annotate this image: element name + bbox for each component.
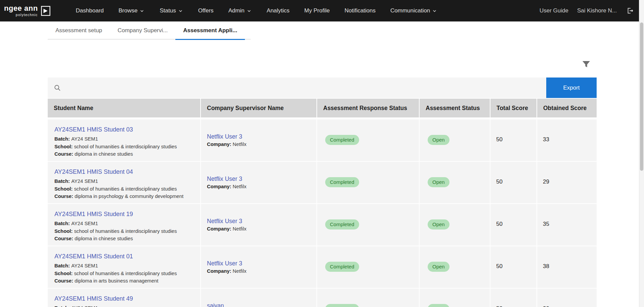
company-line: Company: Netfilx	[207, 226, 313, 232]
nav-label: Dashboard	[76, 7, 104, 14]
response-status-badge: Completed	[325, 262, 359, 272]
student-name-link[interactable]: AY24SEM1 HMIS Student 19	[54, 210, 133, 218]
nav-label: Status	[160, 7, 176, 14]
course-line: Course: diploma in chinese studies	[54, 150, 195, 158]
response-status-cell: Completed	[317, 289, 419, 307]
tab-assessment-setup[interactable]: Assessment setup	[48, 22, 110, 40]
topbar-right: User Guide Sai Kishore N...	[540, 7, 634, 14]
tab-assessment-applications[interactable]: Assessment Appli...	[175, 22, 245, 40]
table-row: AY24SEM1 HMIS Student 04 Batch: AY24 SEM…	[48, 162, 597, 203]
student-name-link[interactable]: AY24SEM1 HMIS Student 04	[54, 168, 133, 176]
company-value: Netfilx	[232, 142, 246, 147]
search-icon[interactable]	[54, 84, 61, 92]
total-score-value: 50	[490, 204, 536, 246]
total-score-value: 50	[490, 162, 536, 203]
school-label: School:	[54, 228, 73, 234]
logo-line2: polytechnic	[16, 13, 38, 17]
table-header-row: Student Name Company Supervisor Name Ass…	[48, 99, 597, 117]
response-status-badge: Completed	[325, 135, 359, 145]
np-logo-text: ngee ann polytechnic	[4, 5, 38, 17]
nav-label: Offers	[198, 7, 214, 14]
batch-line: Batch: AY24 SEM1	[54, 262, 195, 270]
company-label: Company:	[207, 268, 231, 274]
username[interactable]: Sai Kishore N...	[577, 7, 617, 14]
company-line: Company: Netfilx	[207, 184, 313, 189]
nav-label: My Profile	[304, 7, 330, 14]
nav-item-admin[interactable]: Admin	[228, 7, 252, 14]
response-status-cell: Completed	[317, 204, 419, 246]
tab-company-supervisor[interactable]: Company Supervi...	[110, 22, 175, 40]
table-row: AY24SEM1 HMIS Student 03 Batch: AY24 SEM…	[48, 119, 597, 161]
column-header-total-score: Total Score	[490, 99, 536, 117]
column-header-response-status: Assessment Response Status	[317, 99, 419, 117]
tab-label: Company Supervi...	[118, 27, 168, 34]
obtained-score-value: 38	[537, 246, 597, 288]
student-name-link[interactable]: AY24SEM1 HMIS Student 49	[54, 295, 133, 303]
filter-icon[interactable]	[582, 60, 591, 69]
batch-label: Batch:	[54, 221, 70, 226]
school-value: school of humanities & interdisciplinary…	[74, 271, 177, 276]
logout-icon[interactable]	[626, 7, 634, 14]
nav-item-offers[interactable]: Offers	[198, 7, 214, 14]
nav-label: Analytics	[267, 7, 290, 14]
nav-item-dashboard[interactable]: Dashboard	[76, 7, 104, 14]
nav-item-my-profile[interactable]: My Profile	[304, 7, 330, 14]
nav-item-status[interactable]: Status	[160, 7, 183, 14]
response-status-badge: Completed	[325, 177, 359, 187]
assessment-status-badge: Open	[428, 135, 449, 145]
company-line: Company: Netfilx	[207, 268, 313, 274]
company-value: Netfilx	[232, 268, 246, 274]
course-line: Course: diploma in psychology & communit…	[54, 193, 195, 200]
nav-item-analytics[interactable]: Analytics	[267, 7, 290, 14]
student-name-link[interactable]: AY24SEM1 HMIS Student 01	[54, 252, 133, 260]
user-guide-link[interactable]: User Guide	[540, 7, 568, 14]
student-cell: AY24SEM1 HMIS Student 49 Batch: AY24 SEM…	[48, 289, 200, 307]
student-cell: AY24SEM1 HMIS Student 19 Batch: AY24 SEM…	[48, 204, 200, 246]
batch-value: AY24 SEM1	[71, 136, 98, 142]
assessment-status-cell: Open	[420, 204, 490, 246]
nav-label: Notifications	[344, 7, 376, 14]
school-label: School:	[54, 144, 73, 149]
supervisor-cell: Netflix User 3 Company: Netfilx	[201, 162, 316, 203]
np-logo[interactable]: ngee ann polytechnic	[4, 5, 50, 17]
batch-value: AY24 SEM1	[71, 263, 98, 268]
total-score-value: 50	[490, 119, 536, 161]
export-button[interactable]: Export	[546, 78, 597, 98]
school-line: School: school of humanities & interdisc…	[54, 143, 195, 151]
course-value: diploma in arts business management	[75, 278, 158, 284]
batch-line: Batch: AY24 SEM1	[54, 177, 195, 185]
student-cell: AY24SEM1 HMIS Student 03 Batch: AY24 SEM…	[48, 119, 200, 161]
tab-label: Assessment setup	[55, 27, 102, 34]
nav-item-browse[interactable]: Browse	[119, 7, 145, 14]
scrollbar-thumb[interactable]	[640, 22, 643, 171]
school-value: school of humanities & interdisciplinary…	[74, 144, 177, 149]
assessment-table: Student Name Company Supervisor Name Ass…	[48, 99, 597, 307]
supervisor-link[interactable]: Netflix User 3	[207, 133, 242, 140]
school-label: School:	[54, 271, 73, 276]
supervisor-link[interactable]: saiyan	[207, 302, 224, 307]
batch-value: AY24 SEM1	[71, 221, 98, 226]
student-cell: AY24SEM1 HMIS Student 04 Batch: AY24 SEM…	[48, 162, 200, 203]
supervisor-cell: Netflix User 3 Company: Netfilx	[201, 246, 316, 288]
response-status-cell: Completed	[317, 119, 419, 161]
nav-item-notifications[interactable]: Notifications	[344, 7, 376, 14]
batch-label: Batch:	[54, 305, 70, 307]
obtained-score-value: 33	[537, 119, 597, 161]
batch-line: Batch: AY24 SEM1	[54, 135, 195, 143]
supervisor-link[interactable]: Netflix User 3	[207, 175, 242, 183]
course-value: diploma in psychology & community develo…	[75, 194, 183, 199]
nav-label: Communication	[390, 7, 430, 14]
assessment-status-cell: Open	[420, 289, 490, 307]
nav-item-communication[interactable]: Communication	[390, 7, 437, 14]
student-name-link[interactable]: AY24SEM1 HMIS Student 03	[54, 125, 133, 134]
company-line: Company: Netfilx	[207, 142, 313, 147]
batch-line: Batch: AY24 SEM1	[54, 304, 195, 307]
supervisor-link[interactable]: Netflix User 3	[207, 217, 242, 225]
supervisor-link[interactable]: Netflix User 3	[207, 260, 242, 267]
course-label: Course:	[54, 194, 73, 199]
total-score-value: 50	[490, 289, 536, 307]
search-input[interactable]	[61, 78, 546, 98]
column-header-assessment-status: Assessment Status	[420, 99, 490, 117]
response-status-badge: Completed	[325, 304, 359, 307]
obtained-score-value: 29	[537, 162, 597, 203]
